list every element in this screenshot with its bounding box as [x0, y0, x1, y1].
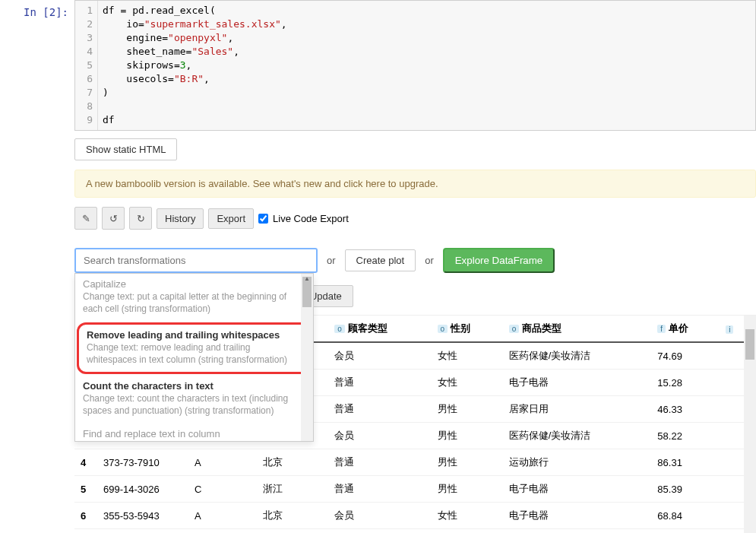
create-plot-button[interactable]: Create plot: [345, 249, 416, 271]
table-row[interactable]: 6 355-53-5943 A 北京 会员 女性 电子电器 68.84: [74, 503, 756, 529]
col-gender[interactable]: o性别: [432, 316, 503, 342]
redo-icon[interactable]: ↻: [129, 207, 152, 230]
table-row[interactable]: 4 373-73-7910 A 北京 普通 男性 运动旅行 86.31: [74, 449, 756, 476]
code-input-area[interactable]: 123456789 df = pd.read_excel( io="superm…: [74, 0, 756, 131]
col-price[interactable]: f单价: [651, 316, 720, 342]
show-static-html-button[interactable]: Show static HTML: [74, 138, 177, 160]
upgrade-alert[interactable]: A new bamboolib version is available. Se…: [74, 170, 756, 198]
search-transformations-input[interactable]: [74, 248, 318, 273]
vertical-scrollbar[interactable]: [744, 316, 756, 533]
undo-icon[interactable]: ↺: [102, 207, 125, 230]
col-customer-type[interactable]: o顾客类型: [328, 316, 431, 342]
dropdown-item-find-replace[interactable]: Find and replace text in column: [75, 424, 313, 441]
dropdown-item-remove-whitespace[interactable]: Remove leading and trailing whitespaces …: [77, 322, 312, 374]
table-row[interactable]: 7 315-22-5665 C 浙江 普通 女性 居家日用 73.56: [74, 529, 756, 534]
transformations-dropdown: Capitalize Change text: put a capital le…: [74, 273, 314, 442]
cell-prompt: In [2]:: [0, 0, 74, 131]
table-row[interactable]: 5 699-14-3026 C 浙江 普通 男性 电子电器 85.39: [74, 476, 756, 503]
history-button[interactable]: History: [157, 208, 204, 229]
or-label: or: [327, 255, 336, 266]
edit-icon[interactable]: ✎: [74, 207, 97, 230]
code-content[interactable]: df = pd.read_excel( io="supermarkt_sales…: [98, 1, 755, 130]
export-button[interactable]: Export: [208, 208, 254, 229]
live-code-export-label: Live Code Export: [273, 213, 349, 224]
dropdown-scrollbar[interactable]: [301, 274, 313, 441]
explore-dataframe-button[interactable]: Explore DataFrame: [443, 248, 555, 273]
col-product-type[interactable]: o商品类型: [503, 316, 652, 342]
dropdown-item-count-chars[interactable]: Count the characters in text Change text…: [75, 376, 313, 423]
live-code-export-checkbox[interactable]: [258, 214, 268, 224]
line-gutter: 123456789: [75, 1, 98, 130]
dropdown-item-capitalize[interactable]: Capitalize Change text: put a capital le…: [75, 274, 313, 321]
or-label-2: or: [425, 255, 434, 266]
